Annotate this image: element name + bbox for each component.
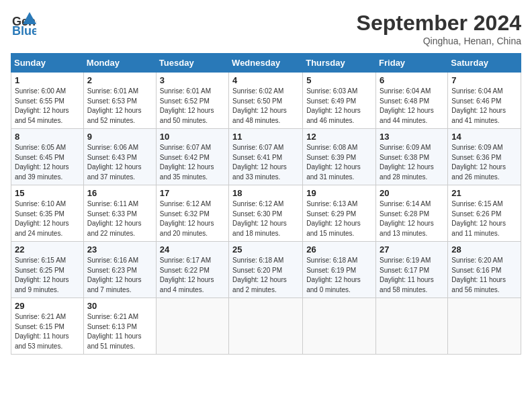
- calendar-day-18: 18Sunrise: 6:12 AMSunset: 6:30 PMDayligh…: [229, 185, 303, 242]
- day-info: Sunrise: 6:15 AMSunset: 6:25 PMDaylight:…: [15, 256, 80, 295]
- day-number: 2: [87, 75, 152, 85]
- day-number: 25: [232, 244, 299, 255]
- day-info: Sunrise: 6:14 AMSunset: 6:28 PMDaylight:…: [380, 199, 444, 238]
- day-info: Sunrise: 6:18 AMSunset: 6:19 PMDaylight:…: [306, 256, 372, 295]
- calendar-day-19: 19Sunrise: 6:13 AMSunset: 6:29 PMDayligh…: [303, 185, 376, 242]
- weekday-header-saturday: Saturday: [448, 54, 521, 73]
- day-info: Sunrise: 6:15 AMSunset: 6:26 PMDaylight:…: [451, 199, 517, 238]
- empty-cell: [156, 298, 228, 355]
- day-info: Sunrise: 6:19 AMSunset: 6:17 PMDaylight:…: [380, 256, 444, 295]
- day-number: 29: [15, 301, 80, 311]
- calendar-day-15: 15Sunrise: 6:10 AMSunset: 6:35 PMDayligh…: [11, 185, 84, 242]
- day-number: 24: [160, 244, 225, 255]
- calendar-week-4: 22Sunrise: 6:15 AMSunset: 6:25 PMDayligh…: [11, 242, 521, 298]
- day-info: Sunrise: 6:07 AMSunset: 6:41 PMDaylight:…: [232, 143, 299, 182]
- day-info: Sunrise: 6:00 AMSunset: 6:55 PMDaylight:…: [15, 87, 80, 126]
- day-info: Sunrise: 6:17 AMSunset: 6:22 PMDaylight:…: [160, 256, 225, 295]
- logo: General Blue: [11, 11, 36, 36]
- weekday-header-tuesday: Tuesday: [156, 54, 228, 73]
- day-info: Sunrise: 6:13 AMSunset: 6:29 PMDaylight:…: [306, 199, 372, 238]
- calendar-day-17: 17Sunrise: 6:12 AMSunset: 6:32 PMDayligh…: [156, 185, 228, 242]
- month-title: September 2024: [357, 11, 521, 36]
- calendar-day-6: 6Sunrise: 6:04 AMSunset: 6:48 PMDaylight…: [376, 73, 448, 129]
- day-number: 4: [232, 75, 299, 85]
- day-number: 28: [451, 244, 517, 255]
- calendar-day-29: 29Sunrise: 6:21 AMSunset: 6:15 PMDayligh…: [11, 298, 84, 355]
- calendar-day-4: 4Sunrise: 6:02 AMSunset: 6:50 PMDaylight…: [229, 73, 303, 129]
- day-info: Sunrise: 6:03 AMSunset: 6:49 PMDaylight:…: [306, 87, 372, 126]
- day-info: Sunrise: 6:07 AMSunset: 6:42 PMDaylight:…: [160, 143, 225, 182]
- calendar-day-23: 23Sunrise: 6:16 AMSunset: 6:23 PMDayligh…: [83, 242, 156, 298]
- day-info: Sunrise: 6:21 AMSunset: 6:15 PMDaylight:…: [15, 312, 80, 351]
- day-info: Sunrise: 6:11 AMSunset: 6:33 PMDaylight:…: [87, 199, 152, 238]
- weekday-header-monday: Monday: [83, 54, 156, 73]
- svg-text:Blue: Blue: [12, 24, 36, 36]
- day-info: Sunrise: 6:02 AMSunset: 6:50 PMDaylight:…: [232, 87, 299, 126]
- calendar-day-5: 5Sunrise: 6:03 AMSunset: 6:49 PMDaylight…: [303, 73, 376, 129]
- calendar-week-1: 1Sunrise: 6:00 AMSunset: 6:55 PMDaylight…: [11, 73, 521, 129]
- day-info: Sunrise: 6:09 AMSunset: 6:38 PMDaylight:…: [380, 143, 444, 182]
- page-header: General Blue September 2024 Qinghua, Hen…: [11, 11, 521, 46]
- calendar-day-24: 24Sunrise: 6:17 AMSunset: 6:22 PMDayligh…: [156, 242, 228, 298]
- calendar-day-2: 2Sunrise: 6:01 AMSunset: 6:53 PMDaylight…: [83, 73, 156, 129]
- weekday-header-wednesday: Wednesday: [229, 54, 303, 73]
- day-number: 17: [160, 188, 225, 198]
- day-info: Sunrise: 6:16 AMSunset: 6:23 PMDaylight:…: [87, 256, 152, 295]
- weekday-header-thursday: Thursday: [303, 54, 376, 73]
- calendar-day-21: 21Sunrise: 6:15 AMSunset: 6:26 PMDayligh…: [448, 185, 521, 242]
- title-section: September 2024 Qinghua, Henan, China: [357, 11, 521, 46]
- day-number: 1: [15, 75, 80, 85]
- day-number: 5: [306, 75, 372, 85]
- calendar-week-5: 29Sunrise: 6:21 AMSunset: 6:15 PMDayligh…: [11, 298, 521, 355]
- day-number: 3: [160, 75, 225, 85]
- day-number: 13: [380, 132, 444, 142]
- day-number: 15: [15, 188, 80, 198]
- day-number: 10: [160, 132, 225, 142]
- day-info: Sunrise: 6:01 AMSunset: 6:53 PMDaylight:…: [87, 87, 152, 126]
- calendar-day-20: 20Sunrise: 6:14 AMSunset: 6:28 PMDayligh…: [376, 185, 448, 242]
- calendar-day-9: 9Sunrise: 6:06 AMSunset: 6:43 PMDaylight…: [83, 129, 156, 185]
- calendar-day-26: 26Sunrise: 6:18 AMSunset: 6:19 PMDayligh…: [303, 242, 376, 298]
- location: Qinghua, Henan, China: [357, 36, 521, 46]
- empty-cell: [376, 298, 448, 355]
- weekday-header-friday: Friday: [376, 54, 448, 73]
- day-number: 23: [87, 244, 152, 255]
- calendar-day-30: 30Sunrise: 6:21 AMSunset: 6:13 PMDayligh…: [83, 298, 156, 355]
- calendar-day-25: 25Sunrise: 6:18 AMSunset: 6:20 PMDayligh…: [229, 242, 303, 298]
- weekday-header-sunday: Sunday: [11, 54, 84, 73]
- day-number: 30: [87, 301, 152, 311]
- day-number: 21: [451, 188, 517, 198]
- day-number: 18: [232, 188, 299, 198]
- day-info: Sunrise: 6:08 AMSunset: 6:39 PMDaylight:…: [306, 143, 372, 182]
- calendar-week-3: 15Sunrise: 6:10 AMSunset: 6:35 PMDayligh…: [11, 185, 521, 242]
- day-number: 11: [232, 132, 299, 142]
- empty-cell: [448, 298, 521, 355]
- calendar-day-14: 14Sunrise: 6:09 AMSunset: 6:36 PMDayligh…: [448, 129, 521, 185]
- day-number: 22: [15, 244, 80, 255]
- day-number: 8: [15, 132, 80, 142]
- day-info: Sunrise: 6:06 AMSunset: 6:43 PMDaylight:…: [87, 143, 152, 182]
- day-number: 7: [451, 75, 517, 85]
- day-number: 19: [306, 188, 372, 198]
- calendar-day-28: 28Sunrise: 6:20 AMSunset: 6:16 PMDayligh…: [448, 242, 521, 298]
- day-info: Sunrise: 6:20 AMSunset: 6:16 PMDaylight:…: [451, 256, 517, 295]
- day-number: 16: [87, 188, 152, 198]
- calendar-day-8: 8Sunrise: 6:05 AMSunset: 6:45 PMDaylight…: [11, 129, 84, 185]
- day-info: Sunrise: 6:10 AMSunset: 6:35 PMDaylight:…: [15, 199, 80, 238]
- day-info: Sunrise: 6:04 AMSunset: 6:46 PMDaylight:…: [451, 87, 517, 126]
- empty-cell: [229, 298, 303, 355]
- calendar-day-1: 1Sunrise: 6:00 AMSunset: 6:55 PMDaylight…: [11, 73, 84, 129]
- day-number: 12: [306, 132, 372, 142]
- calendar-day-10: 10Sunrise: 6:07 AMSunset: 6:42 PMDayligh…: [156, 129, 228, 185]
- day-info: Sunrise: 6:04 AMSunset: 6:48 PMDaylight:…: [380, 87, 444, 126]
- day-info: Sunrise: 6:12 AMSunset: 6:30 PMDaylight:…: [232, 199, 299, 238]
- logo-icon: General Blue: [11, 11, 36, 36]
- day-info: Sunrise: 6:01 AMSunset: 6:52 PMDaylight:…: [160, 87, 225, 126]
- calendar-day-27: 27Sunrise: 6:19 AMSunset: 6:17 PMDayligh…: [376, 242, 448, 298]
- day-number: 20: [380, 188, 444, 198]
- day-info: Sunrise: 6:09 AMSunset: 6:36 PMDaylight:…: [451, 143, 517, 182]
- calendar-day-13: 13Sunrise: 6:09 AMSunset: 6:38 PMDayligh…: [376, 129, 448, 185]
- calendar-day-3: 3Sunrise: 6:01 AMSunset: 6:52 PMDaylight…: [156, 73, 228, 129]
- day-info: Sunrise: 6:21 AMSunset: 6:13 PMDaylight:…: [87, 312, 152, 351]
- day-info: Sunrise: 6:12 AMSunset: 6:32 PMDaylight:…: [160, 199, 225, 238]
